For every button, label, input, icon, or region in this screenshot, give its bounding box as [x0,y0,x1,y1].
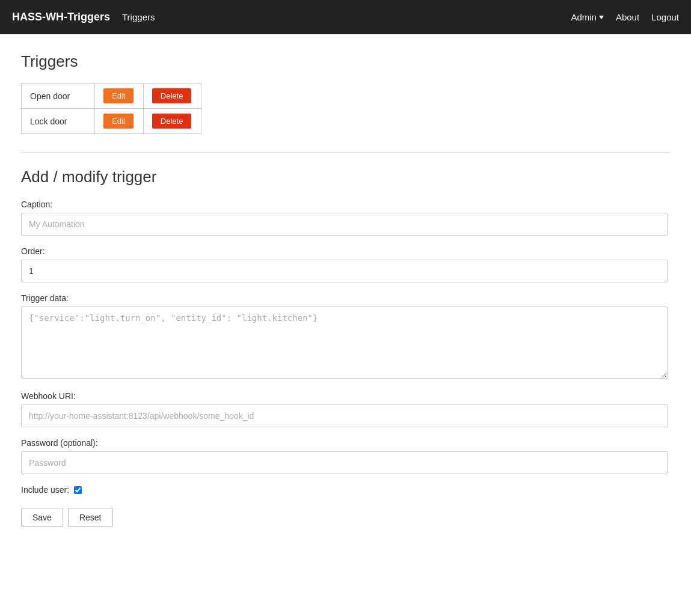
reset-button[interactable]: Reset [68,508,113,527]
password-label: Password (optional): [21,438,668,448]
navbar-triggers-link[interactable]: Triggers [122,12,155,22]
edit-cell: Edit [95,109,144,134]
table-row: Open doorEditDelete [22,84,201,109]
chevron-down-icon [599,16,604,19]
trigger-data-input[interactable] [21,306,668,379]
delete-button[interactable]: Delete [152,114,192,129]
triggers-table: Open doorEditDeleteLock doorEditDelete [21,83,201,134]
trigger-form: Caption: Order: Trigger data: Webhook UR… [21,200,668,527]
triggers-title: Triggers [21,52,670,71]
navbar-right: Admin About Logout [571,12,679,22]
delete-button[interactable]: Delete [152,88,192,103]
main-content: Triggers Open doorEditDeleteLock doorEdi… [0,34,691,545]
include-user-label: Include user: [21,485,69,495]
include-user-row: Include user: [21,485,668,495]
caption-input[interactable] [21,213,668,236]
logout-link[interactable]: Logout [651,12,679,22]
trigger-name: Lock door [22,109,95,134]
edit-button[interactable]: Edit [103,88,134,103]
table-row: Lock doorEditDelete [22,109,201,134]
order-input[interactable] [21,260,668,282]
order-group: Order: [21,246,668,282]
section-divider [21,152,670,153]
save-button[interactable]: Save [21,508,63,527]
password-group: Password (optional): [21,438,668,474]
trigger-name: Open door [22,84,95,109]
delete-cell: Delete [143,109,201,134]
navbar-brand[interactable]: HASS-WH-Triggers [12,11,110,23]
order-label: Order: [21,246,668,256]
webhook-uri-group: Webhook URI: [21,391,668,427]
password-input[interactable] [21,451,668,474]
about-link[interactable]: About [616,12,639,22]
form-title: Add / modify trigger [21,168,670,186]
trigger-data-label: Trigger data: [21,293,668,303]
admin-dropdown[interactable]: Admin [571,12,604,22]
delete-cell: Delete [143,84,201,109]
trigger-data-group: Trigger data: [21,293,668,380]
caption-group: Caption: [21,200,668,236]
navbar: HASS-WH-Triggers Triggers Admin About Lo… [0,0,691,34]
caption-label: Caption: [21,200,668,209]
webhook-uri-label: Webhook URI: [21,391,668,401]
webhook-uri-input[interactable] [21,404,668,427]
form-actions: Save Reset [21,508,668,527]
include-user-checkbox[interactable] [74,486,82,494]
admin-label: Admin [571,12,597,22]
edit-button[interactable]: Edit [103,114,134,129]
edit-cell: Edit [95,84,144,109]
